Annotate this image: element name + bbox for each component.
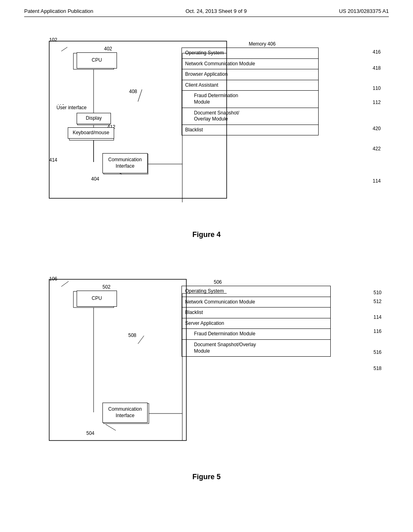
- ref-518-fig5: 518: [373, 366, 382, 371]
- page-header: Patent Application Publication Oct. 24, …: [24, 8, 389, 17]
- memory-label: Memory 406: [181, 41, 343, 47]
- ref-418: 418: [373, 65, 381, 71]
- os-row-fig5: Operating System: [182, 286, 330, 297]
- svg-line-21: [61, 281, 69, 287]
- svg-line-13: [138, 89, 142, 102]
- ref-110: 110: [373, 85, 381, 91]
- ref-510-fig5: 510: [373, 290, 382, 295]
- memory-section-fig5: 506 Operating System Network Communicati…: [181, 279, 351, 357]
- net-comm-row: Network Communication Module: [182, 59, 318, 70]
- ref-106: 106: [49, 276, 57, 282]
- page: Patent Application Publication Oct. 24, …: [0, 0, 413, 505]
- memory-table-fig4: Operating System Network Communication M…: [181, 48, 319, 135]
- cpu-label: CPU: [92, 57, 102, 64]
- ref-404: 404: [91, 176, 99, 182]
- ref-508: 508: [128, 332, 136, 338]
- ref-506: 506: [214, 279, 222, 285]
- ref-416: 416: [373, 49, 381, 55]
- cpu-box-fig5: CPU: [77, 291, 117, 307]
- display-box: Display: [77, 113, 111, 124]
- figure5-diagram: 106 502 508 504 CPU Communication Interf…: [24, 255, 389, 465]
- ref-114-fig4: 114: [373, 178, 381, 184]
- ref-502: 502: [102, 284, 111, 290]
- ref-402: 402: [104, 46, 112, 52]
- figure4-diagram: 102 402 408 410 412 414 404 CPU User int…: [24, 29, 389, 222]
- fraud-row: Fraud Determination Module: [182, 91, 318, 108]
- ref-512-fig5: 512: [373, 299, 382, 304]
- figure4-section: 102 402 408 410 412 414 404 CPU User int…: [24, 29, 389, 239]
- fraud-row-fig5: Fraud Determination Module: [182, 329, 330, 340]
- ref-112: 112: [373, 100, 381, 105]
- ui-label: User interface: [56, 105, 87, 110]
- memory-section: Memory 406 Operating System Network Comm…: [181, 41, 343, 135]
- ref-516-fig5: 516: [373, 349, 382, 355]
- svg-line-23: [138, 336, 144, 344]
- ref-116-fig5: 116: [373, 328, 382, 334]
- keyboard-label: Keyboard/mouse: [73, 130, 109, 136]
- header-left: Patent Application Publication: [24, 8, 93, 14]
- svg-line-11: [61, 47, 67, 51]
- ref-408: 408: [129, 89, 137, 94]
- figure5-section: 106 502 508 504 CPU Communication Interf…: [24, 255, 389, 481]
- ref-422: 422: [373, 146, 381, 152]
- ref-506-label: 506: [181, 279, 351, 285]
- comm-interface-box-fig4: Communication Interface: [102, 153, 148, 173]
- doc-row: Document Snapshot/ Overlay Module: [182, 108, 318, 125]
- ref-114-fig5: 114: [373, 314, 382, 320]
- ref-504: 504: [86, 430, 94, 436]
- blacklist-row-fig5: Blacklist: [182, 308, 330, 318]
- header-center: Oct. 24, 2013 Sheet 9 of 9: [186, 8, 247, 14]
- comm-interface-label-fig4: Communication Interface: [108, 157, 142, 169]
- display-label: Display: [86, 115, 102, 122]
- ref-102: 102: [49, 37, 57, 43]
- ref-420: 420: [373, 126, 381, 131]
- header-right: US 2013/0283375 A1: [339, 8, 389, 14]
- comm-interface-box-fig5: Communication Interface: [102, 403, 148, 423]
- figure5-caption: Figure 5: [24, 473, 389, 481]
- svg-line-22: [106, 424, 116, 430]
- ui-text: User interface: [56, 105, 87, 110]
- os-row: Operating System: [182, 48, 318, 59]
- browser-row: Browser Application: [182, 69, 318, 80]
- cpu-label-fig5: CPU: [92, 295, 102, 302]
- server-row: Server Application: [182, 318, 330, 329]
- doc-row-fig5: Document Snapshot/Overlay Module: [182, 340, 330, 356]
- cpu-box: CPU: [77, 52, 117, 69]
- client-row: Client Assistant: [182, 80, 318, 91]
- keyboard-box: Keyboard/mouse: [68, 127, 114, 139]
- figure4-caption: Figure 4: [24, 231, 389, 239]
- memory-table-fig5: Operating System Network Communication M…: [181, 286, 331, 357]
- blacklist-row: Blacklist: [182, 125, 318, 135]
- comm-interface-label-fig5: Communication Interface: [108, 406, 142, 419]
- net-comm-row-fig5: Network Communication Module: [182, 297, 330, 308]
- ref-414: 414: [49, 157, 57, 163]
